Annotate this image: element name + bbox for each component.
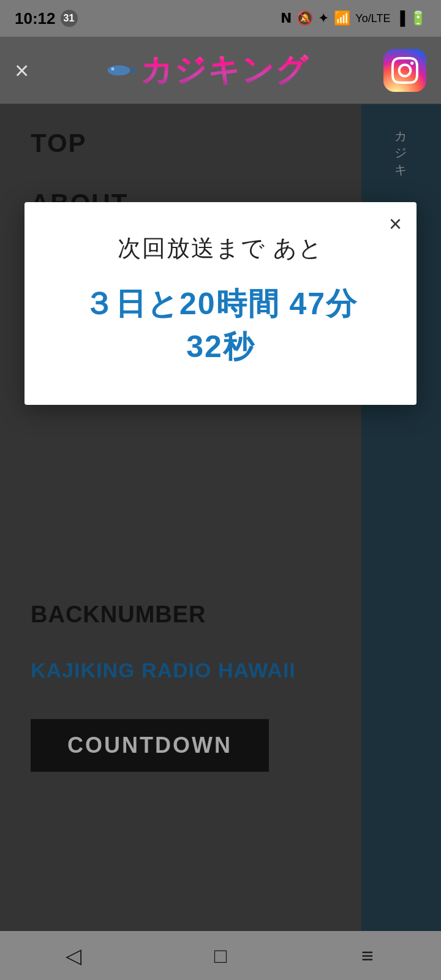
status-bar: 10:12 31 𝗡 🔕 ✦ 📶 Yo/LTE ▐ 🔋	[0, 0, 441, 37]
modal-close-button[interactable]: ×	[389, 213, 402, 235]
modal-subtitle: 次回放送まで あと	[49, 233, 392, 264]
instagram-button[interactable]	[383, 49, 426, 92]
modal-timer-line2: 32秒	[49, 325, 392, 368]
lte-icon: Yo/LTE	[355, 12, 390, 25]
svg-marker-1	[130, 65, 135, 75]
status-icons: 𝗡 🔕 ✦ 📶 Yo/LTE ▐ 🔋	[281, 10, 426, 26]
instagram-icon	[391, 57, 418, 84]
modal-timer: ３日と20時間 47分 32秒	[49, 282, 392, 368]
battery-icon: 🔋	[410, 10, 426, 26]
modal-overlay: × 次回放送まで あと ３日と20時間 47分 32秒	[0, 104, 441, 931]
status-time: 10:12 31	[15, 9, 78, 28]
nav-bar: ◁ □ ≡	[0, 931, 441, 980]
svg-point-0	[108, 65, 130, 75]
logo-text: カジキング	[140, 49, 309, 92]
mute-icon: 🔕	[296, 10, 313, 26]
logo-area: カジキング	[104, 49, 309, 92]
nav-back-button[interactable]: ◁	[55, 937, 92, 974]
app-header: × カジキング	[0, 37, 441, 104]
notification-badge: 31	[61, 10, 78, 27]
signal-icon: 𝗡	[281, 10, 292, 26]
bluetooth-icon: ✦	[318, 10, 329, 26]
wifi-icon: 📶	[334, 10, 350, 26]
modal-box: × 次回放送まで あと ３日と20時間 47分 32秒	[24, 202, 417, 405]
logo-fish-icon	[104, 58, 134, 83]
nav-menu-button[interactable]: ≡	[349, 937, 386, 974]
svg-point-2	[111, 67, 115, 70]
signal-bars-icon: ▐	[395, 10, 405, 26]
header-close-button[interactable]: ×	[15, 58, 29, 83]
nav-home-button[interactable]: □	[202, 937, 239, 974]
modal-timer-line1: ３日と20時間 47分	[49, 282, 392, 325]
main-content: TOP ABOUT PROFILE SHOP BACKNUMBER KAJIKI…	[0, 104, 441, 931]
time-display: 10:12	[15, 9, 56, 28]
